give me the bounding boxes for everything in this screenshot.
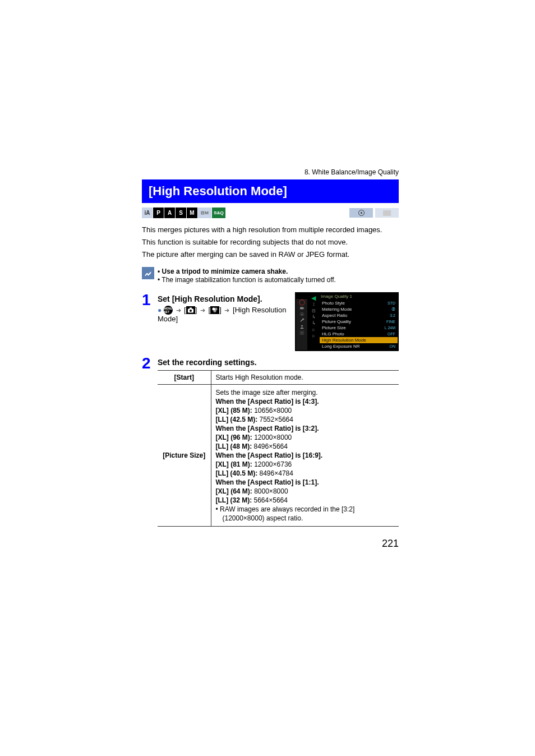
psize-ll32: [LL] (48 M): 8496×5664 [216,442,395,450]
step-1-title: Set [High Resolution Mode]. [158,294,288,303]
psize-h43: When the [Aspect Ratio] is [4:3]. [216,398,395,405]
step-1: 1 Set [High Resolution Mode]. ● MENUSET … [142,292,399,351]
breadcrumb: 8. White Balance/Image Quality [142,168,399,176]
psize-raw1: • RAW images are always recorded in the … [216,505,395,513]
camera-tab-icon: ◯ [296,299,307,305]
psize-label: [Picture Size] [158,384,211,526]
arrow-icon: ➜ [176,307,181,314]
ms-left-tabs: ◯ [296,299,307,350]
table-row-start: [Start] Starts High Resolution mode. [158,370,399,384]
page: 8. White Balance/Image Quality [High Res… [0,0,535,594]
step-2-number: 2 [142,356,158,527]
ms-row-selected: High Resolution Mode [320,337,398,343]
psize-h32: When the [Aspect Ratio] is [3:2]. [216,425,395,432]
ms-row: Aspect Ratio3:2 [320,312,398,319]
media-icons [349,208,399,218]
play-tab-icon [296,330,307,336]
subtab-1: ⟟ [308,302,319,308]
step-1-number: 1 [142,292,158,351]
ms-row: Picture SizeL 24M [320,325,398,331]
subtab-4: ϟ [308,320,319,326]
ms-row: Long Exposure NRON [320,343,398,349]
video-tab-icon [296,305,307,311]
page-title: [High Resolution Mode] [142,179,399,203]
settings-table: [Start] Starts High Resolution mode. [Pi… [158,370,399,527]
note-icon [142,267,154,279]
start-desc: Starts High Resolution mode. [211,370,399,384]
step-2-title: Set the recording settings. [158,358,399,367]
step-1-detail: ● MENUSET ➜ [] ➜ [] ➜ [High Resolution M… [158,306,288,324]
ms-main: Photo StyleSTD Metering Mode⦿ Aspect Rat… [320,300,398,350]
mode-p-icon: P [153,208,164,218]
psize-ll11: [LL] (32 M): 5664×5664 [216,496,395,504]
intro-text: This merges pictures with a high resolut… [142,225,399,260]
mode-ia-icon: iA [142,208,153,218]
camera-icon [186,306,195,314]
ms-header: Image Quality 1 [321,294,352,299]
intro-p3: The picture after merging can be saved i… [142,250,399,260]
arrow-icon: ➜ [200,307,205,314]
svg-point-8 [301,314,302,315]
mode-sq-icon: S&Q [212,208,225,218]
psize-lead: Sets the image size after merging. [216,389,395,397]
psize-h11: When the [Aspect Ratio] is [1:1]. [216,478,395,486]
ms-row: Metering Mode⦿ [320,306,398,312]
mode-movie-icon: ⊟M [198,208,211,218]
psize-content: Sets the image size after merging. When … [211,384,399,526]
mode-a-icon: A [164,208,175,218]
psize-ll43: [LL] (42.5 M): 7552×5664 [216,416,395,423]
psize-h169: When the [Aspect Ratio] is [16:9]. [216,451,395,459]
ms-subtabs: ◀ ⟟ ⊡ ϟ ϟ ☼ ☼ [308,294,319,350]
photo-icon [349,208,373,218]
note-box: • Use a tripod to minimize camera shake.… [142,267,399,284]
ms-row: Photo StyleSTD [320,300,398,306]
psize-xl43: [XL] (85 M): 10656×8000 [216,407,395,414]
subtab-6: ☼ [308,333,319,339]
svg-marker-7 [303,307,304,309]
psize-xl11: [XL] (64 M): 8000×8000 [216,487,395,495]
intro-p2: This function is suitable for recording … [142,237,399,247]
user-tab-icon [296,324,307,330]
arrow-icon: ➜ [224,307,229,314]
table-row-psize: [Picture Size] Sets the image size after… [158,384,399,526]
video-icon [375,208,399,218]
svg-rect-6 [300,307,303,309]
subtab-5: ☼ [308,326,319,333]
note-content: • Use a tripod to minimize camera shake.… [158,267,336,284]
svg-marker-11 [301,332,302,333]
subtab-3: ϟ [308,314,319,320]
ms-row: HLG PhotoOFF [320,331,398,337]
mode-s-icon: S [176,208,186,218]
subtab-arrow-icon: ◀ [308,294,319,302]
subtab-2: ⊡ [308,308,319,314]
psize-ll169: [LL] (40.5 M): 8496×4784 [216,469,395,477]
note-line-2: • The image stabilization function is au… [158,276,336,284]
svg-point-2 [190,310,192,312]
note-line-1: • Use a tripod to minimize camera shake. [158,268,336,275]
gear-tab-icon [296,311,307,317]
ms-row: Picture QualityFINE [320,319,398,325]
psize-raw2: (12000×8000) aspect ratio. [216,514,395,522]
intro-p1: This merges pictures with a high resolut… [142,225,399,235]
mode-dials: iA P A S M ⊟M S&Q [142,208,225,218]
svg-point-9 [301,325,303,326]
image-quality-icon [210,306,219,314]
camera-menu-screenshot: Image Quality 1 ◯ ◀ ⟟ ⊡ ϟ ϟ [295,292,399,351]
mode-m-icon: M [187,208,197,218]
wrench-tab-icon [296,317,307,324]
psize-xl32: [XL] (96 M): 12000×8000 [216,434,395,441]
start-label: [Start] [158,370,211,384]
svg-point-5 [214,310,216,312]
page-number: 221 [142,538,399,550]
mode-row: iA P A S M ⊟M S&Q [142,208,399,218]
svg-rect-1 [190,308,192,310]
psize-xl169: [XL] (81 M): 12000×6736 [216,460,395,468]
menu-set-icon: MENUSET [164,306,173,315]
step-2: 2 Set the recording settings. [Start] St… [142,356,399,527]
